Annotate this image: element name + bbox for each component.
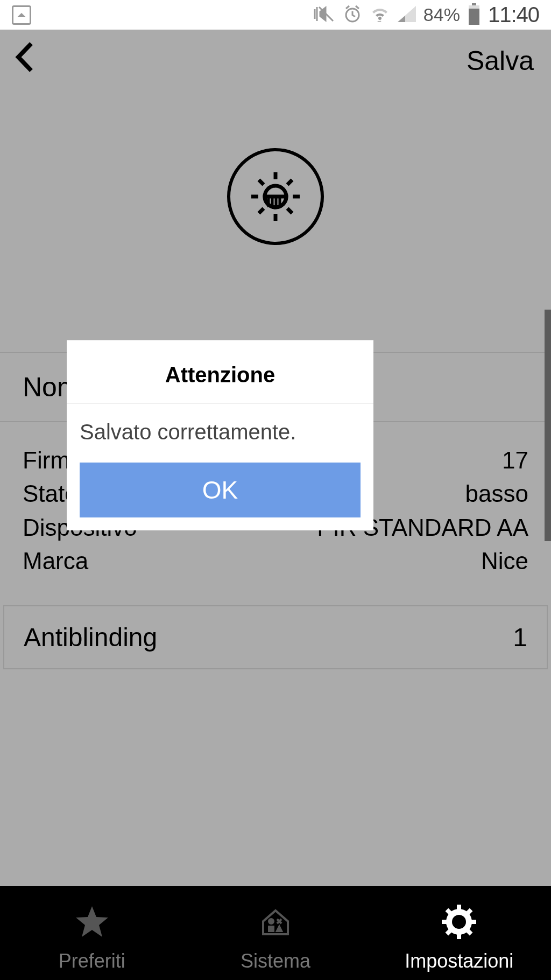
tab-settings[interactable]: Impostazioni [368,886,551,980]
svg-rect-10 [457,933,461,939]
clock-time: 11:40 [488,3,539,27]
tab-bar: Preferiti Sistema Impostazioni [0,886,551,980]
tab-label: Impostazioni [405,950,513,972]
alert-title: Attenzione [67,340,373,404]
house-icon [257,903,294,946]
battery-icon [468,3,481,27]
battery-percent: 84% [423,4,460,25]
tab-label: Preferiti [59,950,125,972]
alert-message: Salvato correttamente. [67,404,373,444]
app-content: Salva Dettagli sensore Nome Firmware 17 … [0,30,551,886]
svg-rect-6 [269,927,273,931]
svg-point-5 [269,919,273,923]
tab-system[interactable]: Sistema [183,886,367,980]
wifi-icon [370,6,390,24]
svg-rect-9 [457,905,461,911]
gear-icon [440,903,478,946]
svg-rect-11 [442,920,448,924]
signal-icon [398,6,416,24]
tab-label: Sistema [241,950,310,972]
tab-favorites[interactable]: Preferiti [0,886,183,980]
ok-button[interactable]: OK [80,463,361,517]
alarm-icon [343,4,362,26]
picture-icon [12,5,31,25]
star-icon [73,903,111,946]
svg-point-8 [452,915,466,929]
svg-rect-3 [469,9,479,25]
status-bar: 84% 11:40 [0,0,551,30]
alert-dialog: Attenzione Salvato correttamente. OK [67,340,373,530]
vibrate-mute-icon [314,5,335,25]
svg-rect-12 [470,920,476,924]
svg-rect-1 [472,3,476,5]
